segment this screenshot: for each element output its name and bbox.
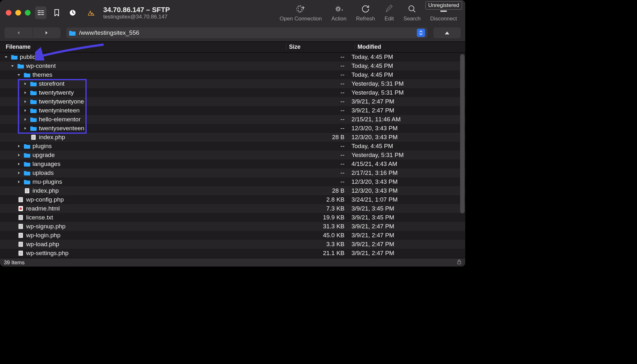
action-button[interactable]: Action <box>329 4 349 22</box>
disclosure-triangle[interactable] <box>22 81 28 87</box>
folder-icon <box>30 108 37 113</box>
col-modified[interactable]: Modified <box>355 44 459 50</box>
go-up-button[interactable] <box>433 27 461 38</box>
file-name: uploads <box>33 169 54 176</box>
view-toggle-button[interactable] <box>35 6 47 19</box>
file-name: languages <box>33 161 61 168</box>
file-row[interactable]: wp-settings.php21.1 KB3/9/21, 2:47 PM <box>0 249 465 258</box>
file-row[interactable]: wp-content--Today, 4:45 PM <box>0 61 465 70</box>
file-modified: 4/15/21, 4:43 AM <box>349 161 459 168</box>
disclosure-triangle[interactable] <box>22 99 28 104</box>
file-size: 2.8 KB <box>280 196 349 203</box>
path-dropdown-icon[interactable] <box>417 29 425 37</box>
forward-button[interactable] <box>33 27 61 38</box>
file-row[interactable]: uploads--2/17/21, 3:16 PM <box>0 168 465 177</box>
file-size: -- <box>280 80 349 87</box>
file-size: -- <box>280 62 349 69</box>
col-filename[interactable]: Filename <box>6 44 286 50</box>
svg-rect-5 <box>440 11 447 12</box>
file-listing[interactable]: public--Today, 4:45 PMwp-content--Today,… <box>0 53 465 258</box>
file-modified: 12/3/20, 3:43 PM <box>349 187 459 194</box>
svg-rect-6 <box>31 135 36 140</box>
file-row[interactable]: plugins--Today, 4:45 PM <box>0 142 465 151</box>
edit-button: Edit <box>382 4 396 22</box>
file-modified: 12/3/20, 3:43 PM <box>349 134 459 141</box>
file-row[interactable]: storefront--Yesterday, 5:31 PM <box>0 79 465 88</box>
disclosure-triangle[interactable] <box>16 152 22 158</box>
search-button[interactable]: Search <box>401 4 423 22</box>
refresh-button[interactable]: Refresh <box>353 4 378 22</box>
file-row[interactable]: hello-elementor--2/15/21, 11:46 AM <box>0 115 465 124</box>
file-row[interactable]: index.php28 B12/3/20, 3:43 PM <box>0 133 465 142</box>
folder-icon <box>30 81 37 87</box>
file-row[interactable]: wp-load.php3.3 KB3/9/21, 2:47 PM <box>0 240 465 249</box>
disclosure-triangle[interactable] <box>22 117 28 122</box>
file-modified: 3/9/21, 2:47 PM <box>349 232 459 239</box>
back-forward-control[interactable] <box>4 27 61 38</box>
path-bar[interactable]: /www/testingsitex_556 <box>66 27 428 38</box>
close-button[interactable] <box>6 10 11 16</box>
file-row[interactable]: languages--4/15/21, 4:43 AM <box>0 160 465 168</box>
file-modified: Today, 4:45 PM <box>349 62 459 69</box>
window-controls <box>6 10 31 16</box>
open-connection-button[interactable]: Open Connection <box>277 4 324 22</box>
bookmarks-button[interactable] <box>51 6 62 19</box>
disclosure-triangle[interactable] <box>16 143 22 149</box>
svg-rect-13 <box>18 233 23 238</box>
svg-rect-12 <box>18 224 23 229</box>
svg-point-3 <box>337 8 339 10</box>
folder-icon <box>30 99 37 104</box>
disclosure-triangle[interactable] <box>22 90 28 96</box>
col-size[interactable]: Size <box>286 44 355 50</box>
file-row[interactable]: license.txt19.9 KB3/9/21, 3:45 PM <box>0 213 465 222</box>
file-row[interactable]: twentytwenty--Yesterday, 5:31 PM <box>0 88 465 97</box>
disclosure-triangle[interactable] <box>16 179 22 185</box>
file-row[interactable]: themes--Today, 4:45 PM <box>0 70 465 79</box>
file-row[interactable]: wp-login.php45.0 KB3/9/21, 2:47 PM <box>0 231 465 240</box>
file-size: -- <box>280 107 349 114</box>
minimize-button[interactable] <box>15 10 21 16</box>
disclosure-triangle[interactable] <box>16 170 22 176</box>
file-row[interactable]: readme.html7.3 KB3/9/21, 3:45 PM <box>0 204 465 213</box>
file-row[interactable]: wp-signup.php31.3 KB3/9/21, 2:47 PM <box>0 222 465 231</box>
file-name: storefront <box>39 80 64 87</box>
column-headers[interactable]: Filename Size Modified <box>0 42 465 53</box>
app-window: Unregistered 34.70.86.147 – SFTP testing… <box>0 0 465 267</box>
file-modified: 12/3/20, 3:43 PM <box>349 178 459 185</box>
file-row[interactable]: twentynineteen--3/9/21, 2:47 PM <box>0 106 465 115</box>
file-modified: 3/9/21, 2:47 PM <box>349 250 459 257</box>
maximize-button[interactable] <box>25 10 31 16</box>
scrollbar-thumb[interactable] <box>460 54 465 213</box>
disclosure-triangle[interactable] <box>16 161 22 167</box>
file-modified: Today, 4:45 PM <box>349 71 459 78</box>
file-icon <box>17 215 24 220</box>
file-row[interactable]: upgrade--Yesterday, 5:31 PM <box>0 151 465 160</box>
disclosure-triangle[interactable] <box>22 125 28 131</box>
history-button[interactable] <box>67 6 78 19</box>
file-row[interactable]: mu-plugins--12/3/20, 3:43 PM <box>0 177 465 186</box>
search-icon <box>408 4 416 14</box>
path-text: /www/testingsitex_556 <box>79 29 139 36</box>
file-name: twentynineteen <box>39 107 80 114</box>
status-bar: 39 Items <box>0 258 465 267</box>
file-name: wp-content <box>26 62 56 69</box>
file-size: 3.3 KB <box>280 241 349 248</box>
file-row[interactable]: twentytwentyone--3/9/21, 2:47 PM <box>0 97 465 106</box>
disclosure-triangle[interactable] <box>3 54 9 60</box>
disclosure-triangle[interactable] <box>16 72 22 78</box>
file-name: twentytwenty <box>39 89 74 96</box>
file-icon <box>17 197 24 203</box>
file-name: upgrade <box>33 152 55 159</box>
file-size: -- <box>280 143 349 150</box>
file-row[interactable]: index.php28 B12/3/20, 3:43 PM <box>0 186 465 195</box>
file-row[interactable]: twentyseventeen--12/3/20, 3:43 PM <box>0 124 465 133</box>
svg-point-4 <box>409 6 414 11</box>
file-row[interactable]: wp-config.php2.8 KB3/24/21, 1:07 PM <box>0 195 465 204</box>
file-row[interactable]: public--Today, 4:45 PM <box>0 53 465 61</box>
toolbar: 34.70.86.147 – SFTP testingsitex@34.70.8… <box>0 0 465 25</box>
disclosure-triangle[interactable] <box>10 63 15 69</box>
file-name: index.php <box>33 187 59 194</box>
back-button[interactable] <box>4 27 33 38</box>
file-size: -- <box>280 152 349 159</box>
disclosure-triangle[interactable] <box>22 108 28 113</box>
